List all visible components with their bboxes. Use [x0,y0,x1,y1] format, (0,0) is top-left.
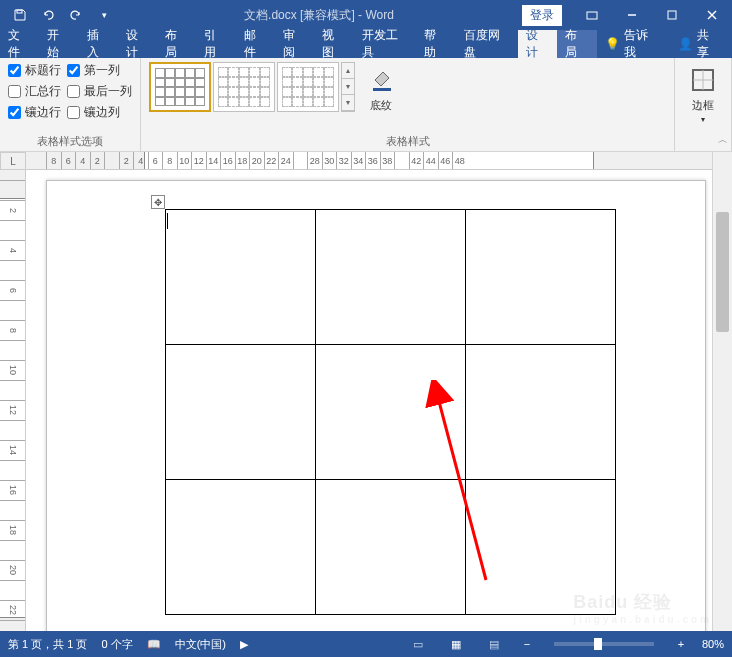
table-cell[interactable] [316,345,466,480]
tab-file[interactable]: 文件 [0,30,39,58]
share-label: 共享 [697,27,720,61]
tab-view[interactable]: 视图 [314,30,353,58]
table-cell[interactable] [166,480,316,615]
table-style-2[interactable] [213,62,275,112]
zoom-slider-thumb[interactable] [594,638,602,650]
spellcheck-icon[interactable]: 📖 [147,638,161,651]
table-cell[interactable] [316,210,466,345]
ribbon-tabs: 文件 开始 插入 设计 布局 引用 邮件 审阅 视图 开发工具 帮助 百度网盘 … [0,30,732,58]
tab-mailings[interactable]: 邮件 [236,30,275,58]
borders-icon [687,64,719,96]
zoom-slider[interactable] [554,642,654,646]
tab-design[interactable]: 设计 [118,30,157,58]
ribbon: 标题行 汇总行 镶边行 第一列 最后一列 镶边列 表格样式选项 ▴▾▾ 底纹 [0,58,732,152]
tab-references[interactable]: 引用 [196,30,235,58]
checkbox-last-col-label: 最后一列 [84,83,132,100]
tell-me-label: 告诉我 [624,27,658,61]
tab-home[interactable]: 开始 [39,30,78,58]
undo-button[interactable] [36,3,60,27]
svg-rect-1 [587,12,597,19]
ribbon-group-style-options: 标题行 汇总行 镶边行 第一列 最后一列 镶边列 表格样式选项 [0,58,141,151]
tab-review[interactable]: 审阅 [275,30,314,58]
gallery-expand[interactable]: ▴▾▾ [341,62,355,112]
table-cell[interactable] [166,210,316,345]
share-icon: 👤 [678,37,693,51]
tab-table-design[interactable]: 设计 [518,30,557,58]
svg-rect-6 [373,88,391,91]
table-cell[interactable] [166,345,316,480]
borders-label: 边框 [692,98,714,113]
chevron-down-icon: ▾ [701,115,705,124]
view-read-mode[interactable]: ▭ [406,634,430,654]
document-table[interactable] [165,209,616,615]
table-style-3[interactable] [277,62,339,112]
share-button[interactable]: 👤 共享 [666,27,732,61]
checkbox-first-col[interactable]: 第一列 [67,62,132,79]
tab-layout[interactable]: 布局 [157,30,196,58]
vertical-ruler[interactable]: 246810121416182022 [0,170,26,631]
view-web-layout[interactable]: ▤ [482,634,506,654]
qat-customize[interactable]: ▾ [92,3,116,27]
checkbox-total-row-label: 汇总行 [25,83,61,100]
checkbox-banded-rows[interactable]: 镶边行 [8,104,61,121]
ribbon-group-label-options: 表格样式选项 [8,132,132,149]
table-cell[interactable] [316,480,466,615]
redo-button[interactable] [64,3,88,27]
maximize-button[interactable] [652,0,692,30]
title-bar: ▾ 文档.docx [兼容模式] - Word 登录 [0,0,732,30]
checkbox-total-row[interactable]: 汇总行 [8,83,61,100]
ribbon-group-label-styles: 表格样式 [149,132,666,149]
shading-label: 底纹 [370,98,392,113]
svg-rect-3 [668,11,676,19]
close-button[interactable] [692,0,732,30]
document-area[interactable]: ✥ [26,170,712,631]
checkbox-header-row[interactable]: 标题行 [8,62,61,79]
macro-icon[interactable]: ▶ [240,638,248,651]
tab-table-layout[interactable]: 布局 [557,30,596,58]
language-indicator[interactable]: 中文(中国) [175,637,226,652]
shading-button[interactable]: 底纹 [361,62,401,115]
tab-help[interactable]: 帮助 [416,30,455,58]
checkbox-banded-cols-label: 镶边列 [84,104,120,121]
vertical-scrollbar[interactable] [712,152,732,631]
tab-insert[interactable]: 插入 [79,30,118,58]
tab-developer[interactable]: 开发工具 [354,30,417,58]
tell-me-search[interactable]: 💡 告诉我 [597,27,666,61]
minimize-button[interactable] [612,0,652,30]
view-print-layout[interactable]: ▦ [444,634,468,654]
zoom-in-button[interactable]: + [674,638,688,650]
ribbon-group-label-borders [683,135,723,149]
zoom-level[interactable]: 80% [702,638,724,650]
save-button[interactable] [8,3,32,27]
table-cell[interactable] [466,210,616,345]
borders-button[interactable]: 边框 ▾ [683,62,723,126]
checkbox-banded-cols[interactable]: 镶边列 [67,104,132,121]
paint-bucket-icon [365,64,397,96]
quick-access-toolbar: ▾ [0,3,116,27]
table-move-handle[interactable]: ✥ [151,195,165,209]
checkbox-header-row-label: 标题行 [25,62,61,79]
lightbulb-icon: 💡 [605,37,620,51]
page-indicator[interactable]: 第 1 页，共 1 页 [8,637,87,652]
horizontal-ruler[interactable]: 8642246810121416182022242830323436384244… [26,152,712,170]
ruler-corner: L [0,152,26,170]
page: ✥ [46,180,706,631]
word-count[interactable]: 0 个字 [101,637,132,652]
scrollbar-thumb[interactable] [716,212,729,332]
checkbox-last-col[interactable]: 最后一列 [67,83,132,100]
ribbon-display-button[interactable] [572,0,612,30]
tab-baidu[interactable]: 百度网盘 [456,30,519,58]
collapse-ribbon-button[interactable]: ︿ [718,133,728,147]
table-style-1[interactable] [149,62,211,112]
table-cell[interactable] [466,480,616,615]
ribbon-group-table-styles: ▴▾▾ 底纹 表格样式 [141,58,675,151]
table-cell[interactable] [466,345,616,480]
window-title: 文档.docx [兼容模式] - Word [116,7,522,24]
svg-rect-0 [17,10,22,13]
table-style-gallery: ▴▾▾ [149,62,355,112]
login-button[interactable]: 登录 [522,5,562,26]
status-bar: 第 1 页，共 1 页 0 个字 📖 中文(中国) ▶ ▭ ▦ ▤ − + 80… [0,631,732,657]
window-controls: 登录 [522,0,732,30]
zoom-out-button[interactable]: − [520,638,534,650]
checkbox-banded-rows-label: 镶边行 [25,104,61,121]
